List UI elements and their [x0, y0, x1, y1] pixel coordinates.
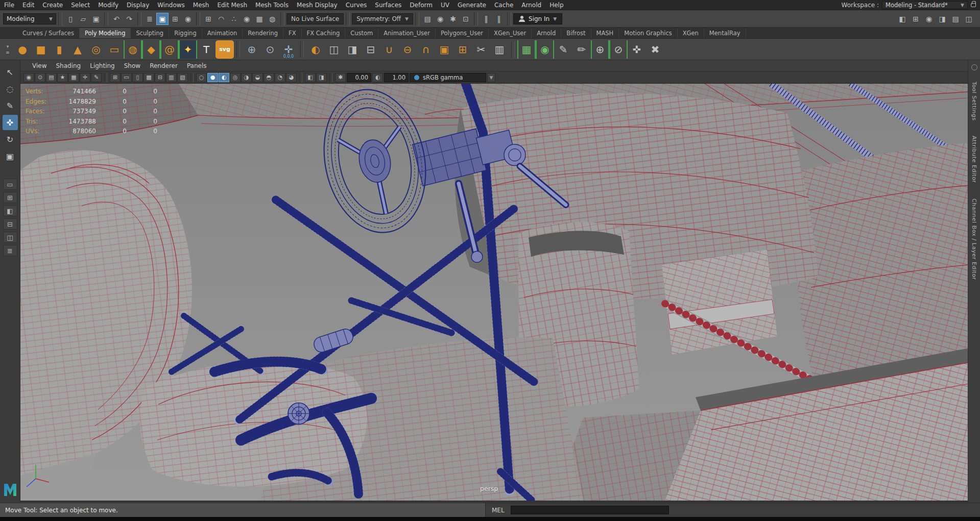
- combine-icon[interactable]: ◫: [325, 40, 343, 59]
- menu-item[interactable]: Mesh Tools: [251, 2, 293, 9]
- image-plane-icon[interactable]: ▦: [68, 73, 79, 82]
- menu-item[interactable]: Edit: [18, 2, 38, 9]
- boolean-union-icon[interactable]: ∪: [380, 40, 398, 59]
- transform-constraint-icon[interactable]: ✜: [628, 40, 646, 59]
- select-component-icon[interactable]: ⊞: [169, 13, 181, 25]
- multisample-icon[interactable]: ◔: [275, 73, 285, 82]
- shelf-tab[interactable]: Bifrost: [561, 28, 591, 38]
- shelf-tab[interactable]: Rendering: [243, 28, 283, 38]
- menu-item[interactable]: Create: [38, 2, 67, 9]
- shelf-tab-menu-icon[interactable]: ▾: [7, 44, 9, 49]
- snap-projected-center-icon[interactable]: ◉: [241, 13, 253, 25]
- outliner-panel-icon[interactable]: ≣: [3, 245, 17, 256]
- persp-outliner-layout-icon[interactable]: ◧: [3, 205, 17, 216]
- shelf-tab[interactable]: Curves / Surfaces: [17, 28, 80, 38]
- platonic-solid-icon[interactable]: ◆: [142, 40, 160, 59]
- render-current-frame-icon[interactable]: ◉: [434, 13, 446, 25]
- open-scene-icon[interactable]: ▱: [77, 13, 89, 25]
- shelf-tab[interactable]: Custom: [345, 28, 378, 38]
- menu-set-dropdown[interactable]: Modeling ▼: [3, 13, 56, 24]
- viewport[interactable]: Verts: 741466 0 0 Edges: 1478829 0 0 Fac…: [20, 84, 968, 502]
- slide-edge-icon[interactable]: ⊘: [609, 40, 628, 59]
- viewport-canvas[interactable]: [20, 84, 968, 501]
- shelf-tab[interactable]: MentalRay: [704, 28, 746, 38]
- render-view-icon[interactable]: ▤: [421, 13, 434, 25]
- separate-icon[interactable]: ◨: [343, 40, 362, 59]
- shelf-menu-icon[interactable]: ≡: [6, 50, 10, 55]
- poly-cube-icon[interactable]: ■: [32, 40, 50, 59]
- select-tool-icon[interactable]: ↖: [3, 64, 18, 80]
- type-tool-icon[interactable]: T: [197, 40, 216, 59]
- step-pause-icon[interactable]: ‖: [493, 13, 505, 25]
- poly-cone-icon[interactable]: ▲: [68, 40, 87, 59]
- lasso-tool-icon[interactable]: ◌: [3, 81, 18, 96]
- panel-menu-item[interactable]: Lighting: [85, 62, 119, 69]
- menu-item[interactable]: Mesh: [189, 2, 213, 9]
- command-input[interactable]: [511, 506, 669, 514]
- shelf-tab[interactable]: Animation_User: [378, 28, 436, 38]
- menu-item[interactable]: Help: [545, 2, 567, 9]
- shelf-tab[interactable]: Motion Graphics: [619, 28, 677, 38]
- poly-type-sparkle-icon[interactable]: ✦: [179, 40, 197, 59]
- attribute-editor-toggle-icon[interactable]: ◨: [936, 13, 948, 25]
- shelf-tab[interactable]: MASH: [591, 28, 619, 38]
- grease-pencil-icon[interactable]: ✎: [91, 73, 102, 82]
- exposure-field[interactable]: 0.00: [347, 73, 371, 82]
- poke-face-icon[interactable]: ⊞: [453, 40, 472, 59]
- pan-zoom-icon[interactable]: ✛: [80, 73, 90, 82]
- menu-item[interactable]: Edit Mesh: [213, 2, 251, 9]
- isolate-select-icon[interactable]: ◧: [305, 73, 316, 82]
- svg-tool-icon[interactable]: svg: [216, 40, 234, 59]
- menu-item[interactable]: Select: [67, 2, 94, 9]
- select-camera-icon[interactable]: ◉: [23, 73, 34, 82]
- workspace-dropdown[interactable]: Modeling - Standard* ▼: [882, 1, 968, 9]
- knife-cut-icon[interactable]: ✖: [646, 40, 664, 59]
- persp-graph-layout-icon[interactable]: ⊟: [3, 218, 17, 230]
- workspace-panel-icon[interactable]: ◧: [896, 13, 909, 25]
- undo-icon[interactable]: ↶: [110, 13, 123, 25]
- redo-icon[interactable]: ↷: [123, 13, 135, 25]
- scale-tool-icon[interactable]: ▣: [3, 148, 18, 164]
- sweep-mesh-icon[interactable]: @: [160, 40, 179, 59]
- boolean-intersection-icon[interactable]: ∩: [417, 40, 435, 59]
- safe-action-icon[interactable]: ▥: [166, 73, 177, 82]
- construction-plane-icon[interactable]: ⊕: [243, 40, 261, 59]
- poly-disc-icon[interactable]: ◍: [124, 40, 142, 59]
- textured-mode-icon[interactable]: ◐: [219, 73, 229, 82]
- hypershade-layout-icon[interactable]: ◫: [3, 232, 17, 243]
- auto-show-toggle-icon[interactable]: [971, 64, 977, 70]
- extract-icon[interactable]: ⊟: [362, 40, 380, 59]
- snap-grid-icon[interactable]: ⊞: [202, 13, 214, 25]
- glove-box-model[interactable]: [662, 250, 777, 354]
- gamma-icon[interactable]: ◐: [372, 73, 383, 82]
- chevron-down-icon[interactable]: ▼: [487, 73, 495, 82]
- poly-torus-icon[interactable]: ◎: [87, 40, 105, 59]
- view-transform-dropdown[interactable]: sRGB gamma: [410, 73, 486, 82]
- snap-point-icon[interactable]: ∴: [228, 13, 240, 25]
- shadows-icon[interactable]: ◑: [241, 73, 252, 82]
- poly-plane-icon[interactable]: ▭: [105, 40, 124, 59]
- shelf-tab[interactable]: Polygons_User: [436, 28, 489, 38]
- menu-item[interactable]: Surfaces: [371, 2, 405, 9]
- menu-item[interactable]: File: [0, 2, 18, 9]
- shelf-tab[interactable]: XGen: [678, 28, 704, 38]
- locator-icon[interactable]: ⊙: [261, 40, 279, 59]
- sidebar-tab[interactable]: Channel Box / Layer Editor: [971, 194, 977, 284]
- shaded-mode-icon[interactable]: ●: [207, 73, 218, 82]
- shelf-tab[interactable]: Animation: [202, 28, 243, 38]
- sidebar-tab[interactable]: Tool Settings: [971, 78, 977, 125]
- multi-component-icon[interactable]: ◉: [536, 40, 554, 59]
- bookmark-icon[interactable]: ★: [57, 73, 68, 82]
- move-tool-icon[interactable]: ✜: [3, 115, 18, 130]
- field-chart-icon[interactable]: ⊟: [155, 73, 165, 82]
- snap-view-plane-icon[interactable]: ▦: [253, 13, 266, 25]
- dof-icon[interactable]: ◕: [286, 73, 297, 82]
- shelf-tab[interactable]: Poly Modeling: [80, 28, 131, 38]
- lock-camera-icon[interactable]: ⊙: [35, 73, 45, 82]
- character-controls-toggle-icon[interactable]: ◉: [923, 13, 935, 25]
- multi-cut-icon[interactable]: ✂: [472, 40, 490, 59]
- panel-menu-item[interactable]: View: [28, 62, 51, 69]
- panel-menu-item[interactable]: Renderer: [145, 62, 182, 69]
- menu-item[interactable]: UV: [437, 2, 453, 9]
- motion-blur-icon[interactable]: ◓: [264, 73, 274, 82]
